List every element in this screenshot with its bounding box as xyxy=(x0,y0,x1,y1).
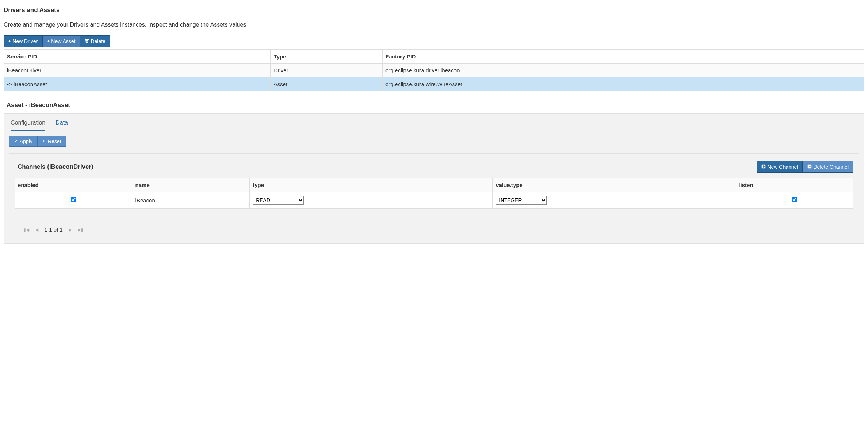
plus-icon: + xyxy=(8,39,11,44)
table-row[interactable]: iBeacon READ INTEGER xyxy=(15,192,853,209)
delete-channel-button[interactable]: Delete Channel xyxy=(803,161,853,173)
close-icon xyxy=(42,138,46,144)
cell-factory-pid: org.eclipse.kura.wire.WireAsset xyxy=(383,77,864,91)
listen-checkbox[interactable] xyxy=(792,197,797,202)
next-page-icon[interactable]: ▶ xyxy=(69,227,72,232)
tab-configuration[interactable]: Configuration xyxy=(11,119,45,131)
tab-content: Apply Reset Channels (iBeaconDriver) New… xyxy=(4,131,864,243)
table-row[interactable]: -> iBeaconAsset Asset org.eclipse.kura.w… xyxy=(4,77,864,91)
new-driver-label: New Driver xyxy=(12,38,38,44)
value-type-select[interactable]: INTEGER xyxy=(496,196,547,205)
plus-square-icon xyxy=(761,164,766,170)
cell-service-pid: -> iBeaconAsset xyxy=(4,77,271,91)
col-listen: listen xyxy=(736,178,853,192)
new-asset-label: New Asset xyxy=(51,38,75,44)
asset-panel: Configuration Data Apply Reset Channels … xyxy=(4,113,864,244)
page-title: Drivers and Assets xyxy=(4,4,864,17)
pager: ▮◀ ◀ 1-1 of 1 ▶ ▶▮ xyxy=(15,219,853,233)
instances-table: Service PID Type Factory PID iBeaconDriv… xyxy=(4,49,864,91)
cell-factory-pid: org.eclipse.kura.driver.ibeacon xyxy=(383,64,864,77)
asset-title: Asset - iBeaconAsset xyxy=(7,102,864,109)
cell-type: Asset xyxy=(270,77,382,91)
channels-block: Channels (iBeaconDriver) New Channel Del… xyxy=(9,153,859,238)
first-page-icon[interactable]: ▮◀ xyxy=(23,227,29,232)
col-value-type: value.type xyxy=(493,178,736,192)
delete-channel-label: Delete Channel xyxy=(813,164,849,170)
page-description: Create and manage your Drivers and Asset… xyxy=(4,22,864,28)
tab-data[interactable]: Data xyxy=(55,119,68,131)
apply-button[interactable]: Apply xyxy=(9,136,37,147)
svg-rect-2 xyxy=(809,166,811,167)
plus-icon: + xyxy=(47,39,50,44)
channels-toolbar: New Channel Delete Channel xyxy=(757,161,853,173)
last-page-icon[interactable]: ▶▮ xyxy=(78,227,84,232)
delete-label: Delete xyxy=(91,38,105,44)
check-icon xyxy=(14,138,18,144)
reset-button[interactable]: Reset xyxy=(37,136,66,147)
instances-toolbar: + New Driver + New Asset Delete xyxy=(4,35,110,47)
trash-icon xyxy=(85,38,89,44)
asset-tabs: Configuration Data xyxy=(4,114,864,131)
config-toolbar: Apply Reset xyxy=(9,136,66,147)
col-factory-pid: Factory PID xyxy=(383,50,864,64)
new-driver-button[interactable]: + New Driver xyxy=(4,35,42,47)
cell-value-type: INTEGER xyxy=(493,192,736,209)
pager-label: 1-1 of 1 xyxy=(44,226,63,233)
table-row[interactable]: iBeaconDriver Driver org.eclipse.kura.dr… xyxy=(4,64,864,77)
channels-table: enabled name type value.type listen iBea… xyxy=(15,178,853,209)
delete-button[interactable]: Delete xyxy=(80,35,110,47)
col-type: type xyxy=(250,178,493,192)
cell-name: iBeacon xyxy=(132,192,250,209)
col-name: name xyxy=(132,178,250,192)
enabled-checkbox[interactable] xyxy=(71,197,76,202)
cell-service-pid: iBeaconDriver xyxy=(4,64,271,77)
cell-listen xyxy=(736,192,853,209)
cell-enabled xyxy=(15,192,132,209)
reset-label: Reset xyxy=(48,138,61,144)
new-asset-button[interactable]: + New Asset xyxy=(42,35,80,47)
channels-title: Channels (iBeaconDriver) xyxy=(15,163,93,171)
col-type: Type xyxy=(270,50,382,64)
type-select[interactable]: READ xyxy=(253,196,304,205)
cell-type: READ xyxy=(250,192,493,209)
new-channel-button[interactable]: New Channel xyxy=(757,161,803,173)
col-service-pid: Service PID xyxy=(4,50,271,64)
channels-header: Channels (iBeaconDriver) New Channel Del… xyxy=(15,161,853,173)
cell-type: Driver xyxy=(270,64,382,77)
apply-label: Apply xyxy=(20,138,32,144)
minus-square-icon xyxy=(807,164,812,170)
col-enabled: enabled xyxy=(15,178,132,192)
prev-page-icon[interactable]: ◀ xyxy=(35,227,38,232)
new-channel-label: New Channel xyxy=(767,164,798,170)
